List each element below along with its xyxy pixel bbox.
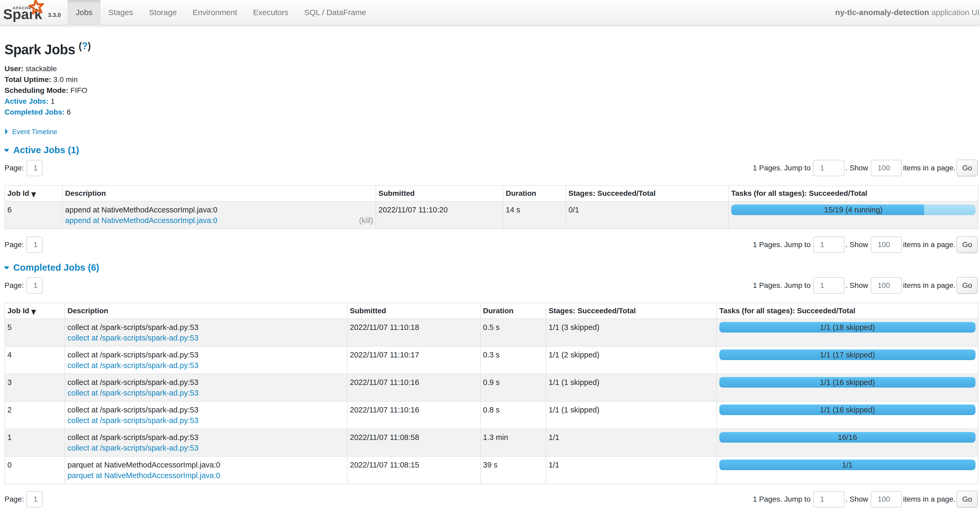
- svg-text:Spark: Spark: [4, 6, 42, 22]
